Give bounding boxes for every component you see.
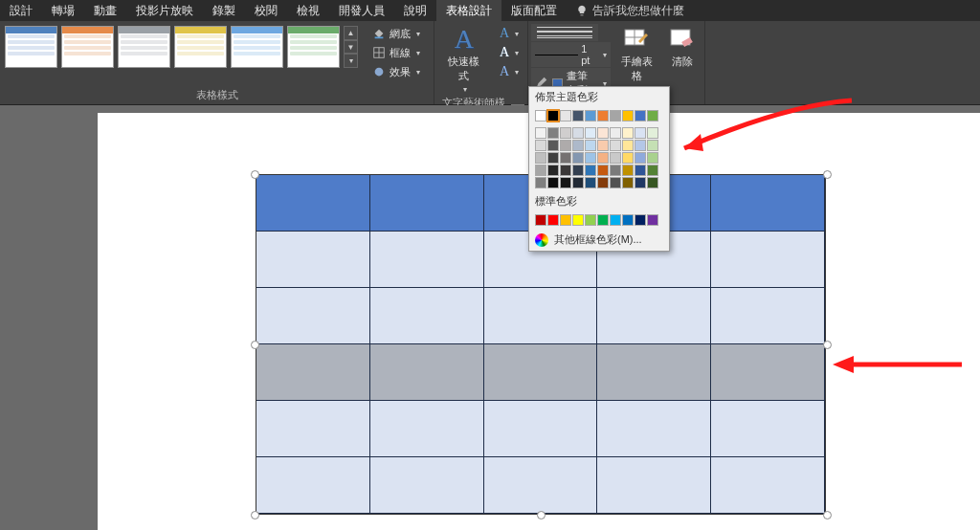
- color-swatch[interactable]: [572, 110, 584, 121]
- color-swatch[interactable]: [560, 214, 571, 226]
- gallery-down-icon[interactable]: ▼: [344, 40, 358, 55]
- text-fill-button[interactable]: A▾: [494, 24, 524, 43]
- color-swatch[interactable]: [585, 110, 596, 121]
- color-swatch[interactable]: [572, 127, 584, 139]
- color-swatch[interactable]: [560, 127, 571, 139]
- selection-handle[interactable]: [823, 511, 832, 519]
- table-style-thumb[interactable]: [5, 26, 57, 68]
- color-swatch[interactable]: [597, 165, 609, 176]
- draw-table-button[interactable]: 手繪表格: [613, 24, 660, 85]
- color-swatch[interactable]: [572, 177, 584, 188]
- color-swatch[interactable]: [535, 214, 546, 226]
- color-swatch[interactable]: [622, 152, 634, 164]
- text-outline-button[interactable]: A▾: [494, 43, 524, 62]
- color-swatch[interactable]: [535, 165, 546, 176]
- color-swatch[interactable]: [622, 127, 634, 139]
- color-swatch[interactable]: [547, 140, 559, 151]
- table-style-thumb[interactable]: [174, 26, 227, 68]
- tell-me[interactable]: 告訴我您想做什麼: [567, 0, 694, 21]
- tab-help[interactable]: 說明: [394, 0, 436, 21]
- color-swatch[interactable]: [547, 177, 559, 188]
- color-swatch[interactable]: [547, 165, 559, 176]
- color-swatch[interactable]: [647, 214, 658, 226]
- color-swatch[interactable]: [585, 127, 596, 139]
- more-colors-item[interactable]: 其他框線色彩(M)...: [529, 229, 669, 251]
- selection-handle[interactable]: [251, 170, 259, 179]
- tab-transitions[interactable]: 轉場: [42, 0, 84, 21]
- quick-styles-button[interactable]: A 快速樣式 ▾: [437, 24, 491, 96]
- color-swatch[interactable]: [585, 165, 596, 176]
- color-swatch[interactable]: [635, 152, 646, 164]
- color-swatch[interactable]: [572, 152, 584, 164]
- color-swatch[interactable]: [547, 152, 559, 164]
- color-swatch[interactable]: [647, 127, 658, 139]
- color-swatch[interactable]: [547, 127, 559, 139]
- color-swatch[interactable]: [635, 127, 646, 139]
- color-swatch[interactable]: [597, 110, 609, 121]
- borders-button[interactable]: 框線▾: [367, 43, 426, 62]
- tab-slideshow[interactable]: 投影片放映: [126, 0, 203, 21]
- color-swatch[interactable]: [647, 165, 658, 176]
- tab-view[interactable]: 檢視: [287, 0, 329, 21]
- color-swatch[interactable]: [585, 152, 596, 164]
- color-swatch[interactable]: [647, 110, 658, 121]
- selection-handle[interactable]: [251, 511, 259, 519]
- color-swatch[interactable]: [622, 165, 634, 176]
- color-swatch[interactable]: [610, 177, 621, 188]
- color-swatch[interactable]: [635, 214, 646, 226]
- tab-layout[interactable]: 版面配置: [501, 0, 567, 21]
- color-swatch[interactable]: [547, 214, 559, 226]
- table-style-thumb[interactable]: [61, 26, 114, 68]
- color-swatch[interactable]: [635, 177, 646, 188]
- pen-weight-dropdown[interactable]: 1 pt▾: [531, 42, 611, 67]
- color-swatch[interactable]: [585, 177, 596, 188]
- gallery-more-icon[interactable]: ▾: [344, 54, 358, 68]
- eraser-button[interactable]: 清除: [663, 24, 702, 71]
- color-swatch[interactable]: [597, 127, 609, 139]
- color-swatch[interactable]: [622, 140, 634, 151]
- color-swatch[interactable]: [535, 177, 546, 188]
- selection-handle[interactable]: [537, 511, 546, 519]
- color-swatch[interactable]: [560, 165, 571, 176]
- gallery-up-icon[interactable]: ▲: [344, 26, 358, 40]
- color-swatch[interactable]: [535, 127, 546, 139]
- tab-review[interactable]: 校閱: [245, 0, 287, 21]
- pen-style-dropdown[interactable]: [531, 24, 598, 41]
- color-swatch[interactable]: [535, 110, 546, 121]
- color-swatch[interactable]: [547, 110, 559, 121]
- selection-handle[interactable]: [823, 341, 832, 349]
- shading-button[interactable]: 網底▾: [367, 24, 426, 43]
- table-style-thumb[interactable]: [118, 26, 170, 68]
- table-style-thumb[interactable]: [287, 26, 340, 68]
- color-swatch[interactable]: [610, 110, 621, 121]
- color-swatch[interactable]: [597, 177, 609, 188]
- color-swatch[interactable]: [572, 165, 584, 176]
- color-swatch[interactable]: [560, 152, 571, 164]
- color-swatch[interactable]: [610, 152, 621, 164]
- tab-animations[interactable]: 動畫: [84, 0, 126, 21]
- selection-handle[interactable]: [251, 341, 259, 349]
- color-swatch[interactable]: [635, 110, 646, 121]
- color-swatch[interactable]: [622, 177, 634, 188]
- color-swatch[interactable]: [585, 214, 596, 226]
- color-swatch[interactable]: [610, 140, 621, 151]
- effects-button[interactable]: 效果▾: [367, 62, 426, 81]
- color-swatch[interactable]: [647, 177, 658, 188]
- color-swatch[interactable]: [610, 214, 621, 226]
- color-swatch[interactable]: [622, 214, 634, 226]
- color-swatch[interactable]: [597, 140, 609, 151]
- color-swatch[interactable]: [560, 140, 571, 151]
- text-effects-button[interactable]: A▾: [494, 62, 524, 81]
- tab-record[interactable]: 錄製: [203, 0, 245, 21]
- color-swatch[interactable]: [535, 152, 546, 164]
- color-swatch[interactable]: [635, 165, 646, 176]
- color-swatch[interactable]: [585, 140, 596, 151]
- tab-design[interactable]: 設計: [0, 0, 42, 21]
- tab-developer[interactable]: 開發人員: [329, 0, 394, 21]
- color-swatch[interactable]: [610, 127, 621, 139]
- color-swatch[interactable]: [610, 165, 621, 176]
- color-swatch[interactable]: [597, 152, 609, 164]
- color-swatch[interactable]: [572, 214, 584, 226]
- color-swatch[interactable]: [560, 110, 571, 121]
- color-swatch[interactable]: [635, 140, 646, 151]
